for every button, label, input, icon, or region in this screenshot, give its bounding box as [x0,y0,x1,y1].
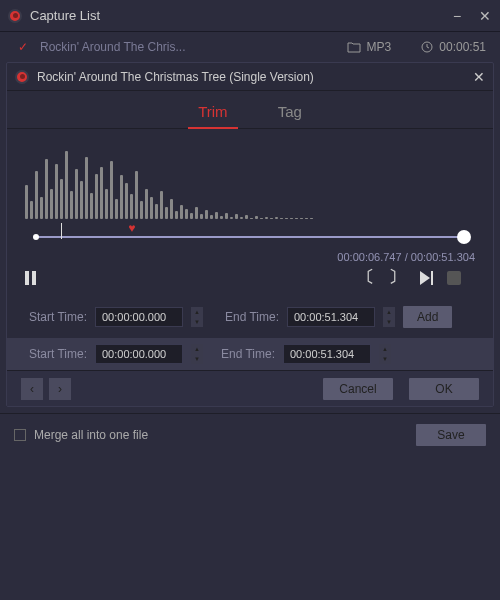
set-end-bracket-button[interactable]: 〕 [389,267,406,288]
next-button[interactable]: › [49,378,71,400]
merge-label: Merge all into one file [34,428,148,442]
segment-end-stepper[interactable]: ▲▼ [379,344,391,364]
check-icon: ✓ [18,40,28,54]
time-readout: 00:00:06.747 / 00:00:51.304 [7,245,493,263]
timeline-start-handle[interactable] [33,234,39,240]
folder-icon [347,41,361,53]
segment-end-input[interactable] [283,344,371,364]
end-time-label: End Time: [217,310,279,324]
file-duration: 00:00:51 [439,40,486,54]
save-button[interactable]: Save [416,424,486,446]
end-time-input[interactable] [287,307,375,327]
ok-button[interactable]: OK [409,378,479,400]
tab-tag[interactable]: Tag [278,103,302,128]
panel-title: Rockin' Around The Christmas Tree (Singl… [37,70,314,84]
cancel-button[interactable]: Cancel [323,378,393,400]
window-title: Capture List [30,8,100,23]
start-time-label: Start Time: [25,310,87,324]
set-start-bracket-button[interactable]: 〔 [358,267,375,288]
prev-button[interactable]: ‹ [21,378,43,400]
playhead[interactable] [61,223,62,239]
titlebar: Capture List − ✕ [0,0,500,32]
segment-start-input[interactable] [95,344,183,364]
merge-checkbox[interactable] [14,429,26,441]
end-time-stepper[interactable]: ▲▼ [383,307,395,327]
close-button[interactable]: ✕ [478,8,492,24]
clock-icon [421,41,433,53]
play-button[interactable] [420,271,433,285]
add-button[interactable]: Add [403,306,452,328]
segment-start-stepper[interactable]: ▲▼ [191,344,203,364]
record-icon [8,9,22,23]
record-icon [15,70,29,84]
file-row[interactable]: ✓ Rockin' Around The Chris... MP3 00:00:… [0,32,500,62]
timeline[interactable]: ♥ [25,229,475,245]
file-format: MP3 [367,40,392,54]
stop-button[interactable] [447,271,461,285]
start-time-stepper[interactable]: ▲▼ [191,307,203,327]
timeline-marker-icon[interactable]: ♥ [128,221,135,235]
panel-close-button[interactable]: ✕ [473,69,485,85]
file-name: Rockin' Around The Chris... [40,40,220,54]
tab-trim[interactable]: Trim [198,103,227,128]
timeline-end-handle[interactable] [457,230,471,244]
minimize-button[interactable]: − [450,8,464,24]
start-time-input[interactable] [95,307,183,327]
segment-row[interactable]: Start Time: ▲▼ End Time: ▲▼ [7,338,493,370]
pause-button[interactable] [25,271,36,285]
segment-end-label: End Time: [217,347,275,361]
timeline-track [35,236,465,238]
waveform [7,129,493,219]
panel-header: Rockin' Around The Christmas Tree (Singl… [7,63,493,91]
segment-start-label: Start Time: [25,347,87,361]
